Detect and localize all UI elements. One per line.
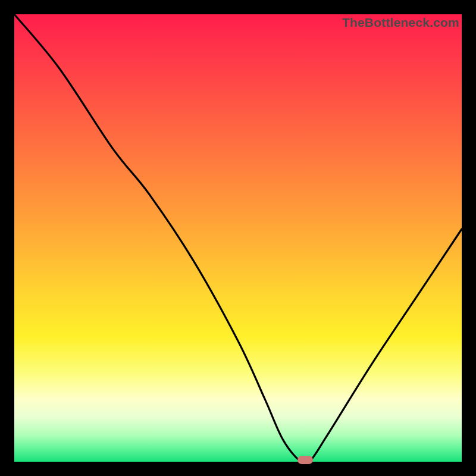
chart-frame: TheBottleneck.com [0,0,476,476]
plot-area [14,14,462,462]
bottleneck-curve [14,14,462,462]
optimal-marker [298,456,313,464]
watermark-text: TheBottleneck.com [342,15,459,30]
